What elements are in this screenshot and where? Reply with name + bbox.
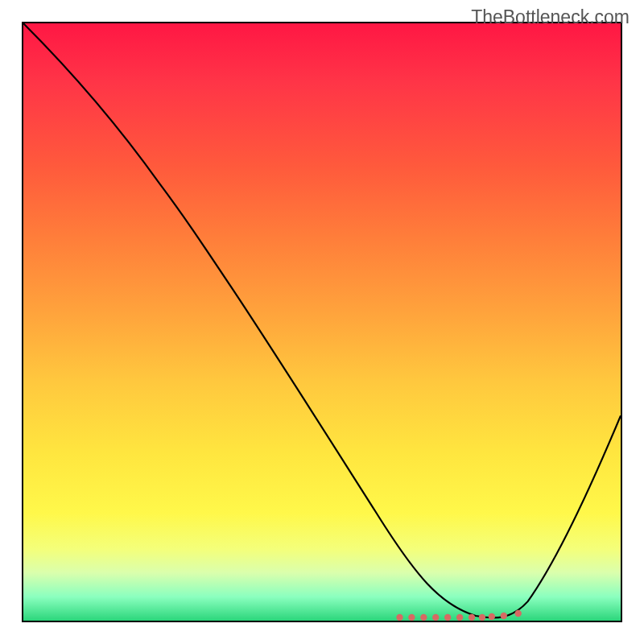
chart-svg: [23, 23, 621, 621]
data-point: [408, 614, 415, 621]
data-point: [432, 614, 439, 621]
data-point: [501, 613, 507, 619]
data-point: [420, 614, 427, 621]
data-point: [444, 614, 451, 621]
watermark-text: TheBottleneck.com: [471, 6, 630, 28]
data-point: [396, 614, 402, 621]
data-point: [489, 613, 495, 620]
data-point: [515, 610, 522, 617]
scatter-group: [396, 610, 522, 621]
data-point: [479, 614, 485, 621]
bottleneck-curve-path: [23, 23, 621, 617]
chart-plot-area: [22, 22, 622, 622]
data-point: [456, 614, 463, 621]
data-point: [469, 614, 475, 621]
